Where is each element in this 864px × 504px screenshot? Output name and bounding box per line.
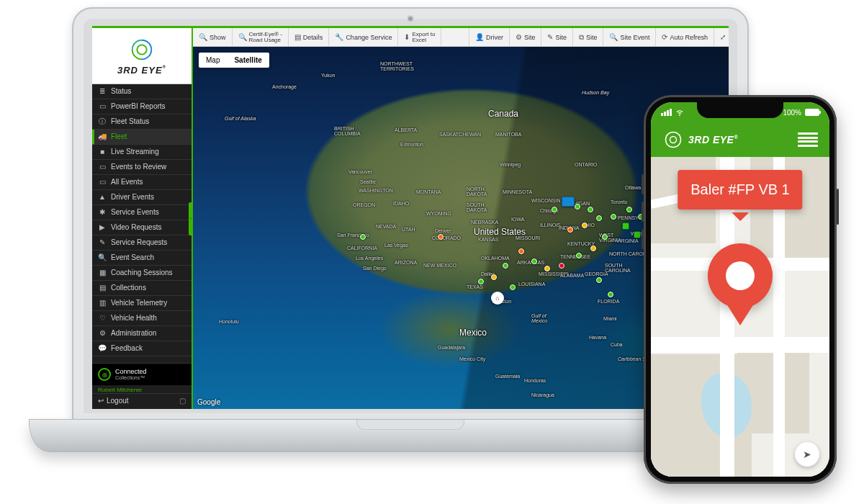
connected-collections[interactable]: ◎ Connected Collections™ xyxy=(92,363,192,385)
fleet-dot[interactable] xyxy=(602,234,608,240)
tb-more[interactable]: ⤢ xyxy=(714,28,729,46)
fleet-dot[interactable] xyxy=(575,204,580,210)
tb-label: Auto Refresh xyxy=(670,34,708,41)
nav-service-requests[interactable]: ✎Service Requests xyxy=(92,235,192,251)
fleet-dot[interactable] xyxy=(626,207,632,212)
nav-collections[interactable]: ▤Collections xyxy=(92,281,192,296)
nav-fleet[interactable]: 🚚Fleet xyxy=(92,130,192,145)
fleet-dot[interactable] xyxy=(438,234,444,240)
tb-export-excel[interactable]: ⬇Export toExcel xyxy=(398,28,441,46)
fleet-dot[interactable] xyxy=(478,279,484,284)
logout-button[interactable]: ↩ Logout xyxy=(98,397,129,405)
nav-label: Driver Events xyxy=(111,193,154,202)
tb-auto-refresh[interactable]: ⟳Auto Refresh xyxy=(656,28,714,46)
rows-icon: ▤ xyxy=(98,284,107,292)
fleet-dot[interactable] xyxy=(638,214,644,220)
svg-point-5 xyxy=(670,137,677,143)
fleet-dot[interactable] xyxy=(611,214,616,220)
fleet-dot[interactable] xyxy=(622,222,629,230)
fleet-dot[interactable] xyxy=(582,222,588,228)
phone-map[interactable]: Baler #FP VB 1 ➤ xyxy=(651,157,829,477)
phone-app-header: 3RD EYE® xyxy=(651,122,829,157)
nav-driver-events[interactable]: ▲Driver Events xyxy=(92,190,192,205)
calendar-icon: ▦ xyxy=(98,269,107,277)
tb-site-event[interactable]: 🔍Site Event xyxy=(603,28,656,46)
list-icon: ≣ xyxy=(98,87,107,96)
nav-label: Video Requests xyxy=(111,223,161,232)
tb-show[interactable]: 🔍Show xyxy=(193,28,233,46)
tb-label: Site Event xyxy=(620,34,649,41)
nav-event-search[interactable]: 🔍Event Search xyxy=(92,251,192,266)
laptop-hinge-notch xyxy=(356,420,464,430)
fleet-dot[interactable] xyxy=(576,253,582,258)
signal-icon xyxy=(661,109,672,116)
fleet-dot[interactable] xyxy=(590,246,596,251)
fleet-dot[interactable] xyxy=(552,207,557,212)
nav-live-streaming[interactable]: ■Live Streaming xyxy=(92,145,192,160)
tb-details[interactable]: ▤Details xyxy=(289,28,330,46)
panel-toggle-icon[interactable]: ▢ xyxy=(179,397,186,405)
tb-label: Show xyxy=(210,34,226,41)
fleet-dot[interactable] xyxy=(596,277,602,283)
nav-events-to-review[interactable]: ▭Events to Review xyxy=(92,160,192,175)
tb-label: Site xyxy=(555,34,567,41)
tb-change-service[interactable]: 🔧Change Service xyxy=(329,28,398,46)
nav-video-requests[interactable]: ▶Video Requests xyxy=(92,220,192,235)
fleet-dot[interactable] xyxy=(567,227,573,233)
tb-site-settings[interactable]: ⚙Site xyxy=(510,28,542,46)
eye-swirl-icon xyxy=(662,129,684,150)
battery-percent: 100% xyxy=(783,109,801,117)
gear-icon: ⚙ xyxy=(98,329,107,338)
eye-swirl-icon xyxy=(128,36,156,63)
vehicle-marker[interactable] xyxy=(562,197,575,207)
fleet-dot[interactable] xyxy=(588,207,593,212)
fleet-dot[interactable] xyxy=(608,292,613,297)
nav-powerbi-reports[interactable]: ▭PowerBI Reports xyxy=(92,99,192,114)
inbox-icon: ▭ xyxy=(98,163,107,171)
brand-text: 3RD EYE® xyxy=(117,65,166,76)
current-user: Robert Mitchener xyxy=(92,385,192,393)
nav-coaching-sessions[interactable]: ▦Coaching Sessions xyxy=(92,266,192,281)
nav-vehicle-health[interactable]: ♡Vehicle Health xyxy=(92,311,192,326)
fleet-dot[interactable] xyxy=(491,274,497,280)
fleet-dot[interactable] xyxy=(531,258,537,264)
tb-site-edit[interactable]: ✎Site xyxy=(541,28,573,46)
nav-vehicle-telemetry[interactable]: ▥Vehicle Telemetry xyxy=(92,296,192,311)
tb-driver[interactable]: 👤Driver xyxy=(469,28,510,46)
phone-brand[interactable]: 3RD EYE® xyxy=(662,129,738,150)
wifi-icon xyxy=(675,108,684,117)
nav-menu: ≣Status ▭PowerBI Reports ⓘFleet Status 🚚… xyxy=(92,84,192,363)
fleet-dot[interactable] xyxy=(559,263,564,269)
nav-all-events[interactable]: ▭All Events xyxy=(92,175,192,190)
tb-certifeye[interactable]: 🔍Certif-Eye® -Road Usage xyxy=(233,28,289,46)
info-icon: ⓘ xyxy=(98,117,107,126)
expand-icon: ⤢ xyxy=(720,33,726,41)
nav-label: Coaching Sessions xyxy=(111,269,173,277)
menu-button[interactable] xyxy=(798,132,818,147)
tb-site-copy[interactable]: ⧉Site xyxy=(573,28,604,46)
nav-service-events[interactable]: ✱Service Events xyxy=(92,205,192,220)
map-pin[interactable] xyxy=(708,243,773,330)
edit-icon: ✎ xyxy=(547,33,553,41)
brand-logo[interactable]: 3RD EYE® xyxy=(92,28,192,84)
fleet-dot[interactable] xyxy=(634,231,641,238)
gauge-icon: ▥ xyxy=(98,299,107,307)
heart-icon: ♡ xyxy=(98,314,107,323)
logout-icon: ↩ xyxy=(98,397,104,405)
nav-status[interactable]: ≣Status xyxy=(92,84,192,99)
nav-feedback[interactable]: 💬Feedback xyxy=(92,341,192,356)
fleet-dot[interactable] xyxy=(510,284,516,290)
nav-administration[interactable]: ⚙Administration xyxy=(92,326,192,341)
nav-label: Fleet xyxy=(111,132,127,141)
fleet-dot[interactable] xyxy=(503,263,508,269)
asset-callout[interactable]: Baler #FP VB 1 xyxy=(678,170,802,210)
toolbar: 🔍Show 🔍Certif-Eye® -Road Usage ▤Details … xyxy=(193,28,729,47)
locate-me-button[interactable]: ➤ xyxy=(795,442,819,467)
fleet-dot[interactable] xyxy=(544,266,550,271)
fleet-dot[interactable] xyxy=(360,234,366,240)
nav-label: Feedback xyxy=(111,344,143,353)
fleet-dot[interactable] xyxy=(518,248,524,254)
home-marker[interactable]: ⌂ xyxy=(491,292,504,305)
fleet-dot[interactable] xyxy=(596,215,602,221)
nav-fleet-status[interactable]: ⓘFleet Status xyxy=(92,114,192,130)
